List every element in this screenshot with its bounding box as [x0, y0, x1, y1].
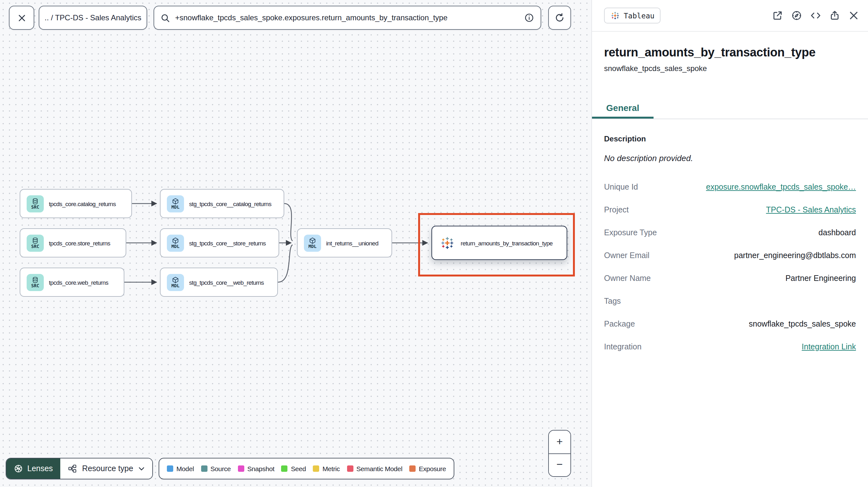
zoom-controls: + − [548, 430, 571, 477]
database-icon [32, 276, 39, 283]
graph-node-stg-catalog-returns[interactable]: MDL stg_tpcds_core__catalog_returns [160, 189, 284, 218]
source-badge: SRC [27, 195, 44, 212]
legend-swatch-semantic-model [347, 465, 353, 472]
external-link-icon[interactable] [772, 10, 783, 21]
graph-node-src-catalog-returns[interactable]: SRC tpcds_core.catalog_returns [20, 189, 132, 218]
legend-item: Source [201, 465, 230, 473]
exposure-type-value: dashboard [818, 228, 856, 237]
legend-item: Model [167, 465, 194, 473]
graph-node-stg-web-returns[interactable]: MDL stg_tpcds_core__web_returns [160, 268, 278, 297]
owner-email-value: partner_engineering@dbtlabs.com [734, 251, 856, 260]
legend-swatch-source [201, 465, 207, 472]
lenses-resource-group: Lenses Resource type [6, 458, 153, 479]
source-badge: SRC [27, 273, 44, 291]
graph-node-stg-store-returns[interactable]: MDL stg_tpcds_core__store_returns [160, 228, 279, 257]
cube-icon [172, 237, 179, 244]
code-icon[interactable] [810, 10, 821, 21]
cube-icon [309, 237, 316, 244]
field-row-unique-id: Unique Id exposure.snowflake_tpcds_sales… [604, 176, 856, 198]
close-icon [17, 13, 26, 23]
breadcrumb[interactable]: .. / TPC-DS - Sales Analytics [39, 6, 147, 30]
legend-swatch-metric [313, 465, 319, 472]
panel-close-icon[interactable] [848, 10, 859, 21]
model-badge: MDL [304, 234, 321, 252]
resource-type-label: Resource type [82, 464, 133, 473]
graph-node-exposure-return-amounts[interactable]: return_amounts_by_transaction_type [431, 226, 567, 260]
info-icon[interactable] [524, 13, 534, 23]
graph-node-int-returns-unioned[interactable]: MDL int_returns__unioned [297, 228, 392, 257]
graph-node-src-web-returns[interactable]: SRC tpcds_core.web_returns [20, 268, 124, 297]
field-row-integration: Integration Integration Link [604, 335, 856, 358]
search-input[interactable] [175, 13, 519, 22]
lenses-icon [14, 464, 23, 473]
tableau-icon [440, 235, 455, 251]
lineage-search [154, 6, 541, 30]
model-badge: MDL [167, 273, 184, 291]
field-list: Unique Id exposure.snowflake_tpcds_sales… [604, 176, 856, 358]
database-icon [32, 237, 39, 244]
legend-swatch-model [167, 465, 173, 472]
panel-title: return_amounts_by_transaction_type [604, 46, 856, 60]
resource-legend: Model Source Snapshot Seed Metric Semant… [159, 458, 454, 479]
field-row-exposure-type: Exposure Type dashboard [604, 221, 856, 244]
panel-header: Tableau [592, 0, 868, 32]
unique-id-link[interactable]: exposure.snowflake_tpcds_sales_spoke… [706, 183, 856, 192]
lenses-button[interactable]: Lenses [6, 458, 61, 479]
tableau-icon [610, 11, 620, 20]
legend-item: Metric [313, 465, 340, 473]
source-badge: SRC [27, 234, 44, 252]
resource-type-button[interactable]: Resource type [61, 458, 152, 479]
legend-swatch-snapshot [238, 465, 244, 472]
refresh-icon [555, 13, 565, 23]
legend-item: Exposure [409, 465, 446, 473]
zoom-out-button[interactable]: − [549, 454, 570, 476]
legend-swatch-exposure [409, 465, 415, 472]
graph-node-src-store-returns[interactable]: SRC tpcds_core.store_returns [20, 228, 126, 257]
chevron-down-icon [138, 466, 145, 471]
field-row-owner-name: Owner Name Partner Engineering [604, 267, 856, 290]
tableau-chip: Tableau [604, 8, 661, 24]
lenses-label: Lenses [27, 464, 53, 473]
share-icon[interactable] [829, 10, 840, 21]
legend-item: Snapshot [238, 465, 274, 473]
legend-swatch-seed [281, 465, 288, 472]
field-row-package: Package snowflake_tpcds_sales_spoke [604, 313, 856, 335]
tableau-chip-label: Tableau [624, 11, 654, 20]
field-row-owner-email: Owner Email partner_engineering@dbtlabs.… [604, 244, 856, 267]
owner-name-value: Partner Engineering [785, 274, 856, 283]
panel-tabs: General [592, 98, 868, 119]
zoom-in-button[interactable]: + [549, 430, 570, 454]
cube-icon [172, 197, 179, 204]
breadcrumb-label: .. / TPC-DS - Sales Analytics [45, 13, 142, 22]
legend-item: Semantic Model [347, 465, 402, 473]
description-text: No description provided. [604, 154, 856, 163]
model-badge: MDL [167, 195, 184, 212]
resource-type-icon [68, 464, 77, 473]
panel-header-actions [772, 10, 859, 21]
project-link[interactable]: TPC-DS - Sales Analytics [766, 205, 856, 214]
panel-subtitle: snowflake_tpcds_sales_spoke [604, 64, 856, 73]
field-row-project: Project TPC-DS - Sales Analytics [604, 198, 856, 221]
database-icon [32, 197, 39, 204]
close-lineage-button[interactable] [9, 6, 34, 30]
app-root: .. / TPC-DS - Sales Analytics SRC tpcds_… [0, 0, 868, 487]
description-heading: Description [604, 134, 856, 143]
details-panel: Tableau return_amounts_by_transaction_ty… [591, 0, 868, 487]
search-icon [160, 13, 170, 23]
package-value: snowflake_tpcds_sales_spoke [749, 320, 856, 328]
field-row-tags: Tags [604, 290, 856, 313]
legend-item: Seed [281, 465, 306, 473]
refresh-lineage-button[interactable] [548, 6, 571, 30]
tab-general[interactable]: General [592, 98, 654, 119]
integration-link[interactable]: Integration Link [802, 343, 856, 351]
panel-body: return_amounts_by_transaction_type snowf… [592, 46, 868, 358]
lineage-canvas[interactable]: .. / TPC-DS - Sales Analytics SRC tpcds_… [0, 0, 591, 487]
cube-icon [172, 276, 179, 283]
model-badge: MDL [167, 234, 184, 252]
explore-compass-icon[interactable] [791, 10, 802, 21]
